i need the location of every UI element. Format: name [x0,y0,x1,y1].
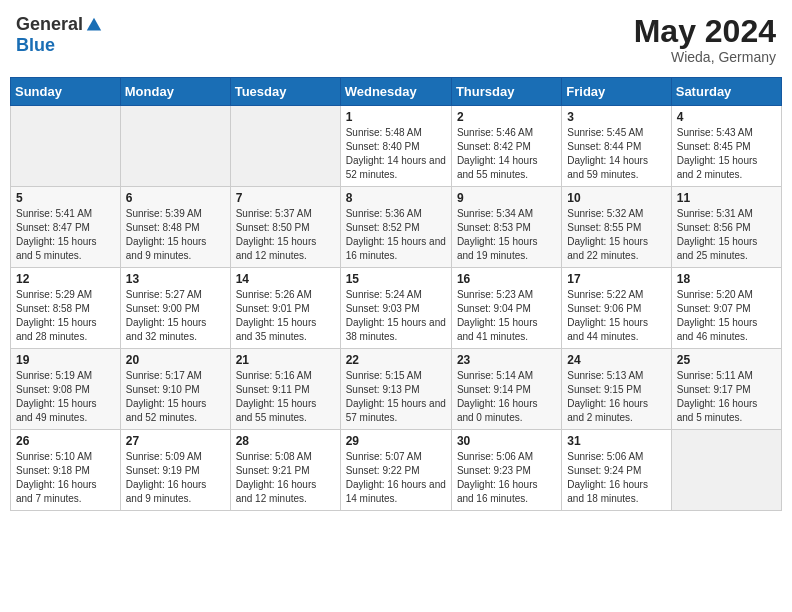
day-number: 9 [457,191,556,205]
day-number: 10 [567,191,665,205]
day-info: Sunrise: 5:36 AM Sunset: 8:52 PM Dayligh… [346,207,446,263]
header-saturday: Saturday [671,78,781,106]
calendar-week-row: 5Sunrise: 5:41 AM Sunset: 8:47 PM Daylig… [11,187,782,268]
table-row [120,106,230,187]
table-row: 3Sunrise: 5:45 AM Sunset: 8:44 PM Daylig… [562,106,671,187]
day-info: Sunrise: 5:20 AM Sunset: 9:07 PM Dayligh… [677,288,776,344]
table-row: 9Sunrise: 5:34 AM Sunset: 8:53 PM Daylig… [451,187,561,268]
day-info: Sunrise: 5:09 AM Sunset: 9:19 PM Dayligh… [126,450,225,506]
day-info: Sunrise: 5:41 AM Sunset: 8:47 PM Dayligh… [16,207,115,263]
day-info: Sunrise: 5:07 AM Sunset: 9:22 PM Dayligh… [346,450,446,506]
table-row: 7Sunrise: 5:37 AM Sunset: 8:50 PM Daylig… [230,187,340,268]
table-row: 13Sunrise: 5:27 AM Sunset: 9:00 PM Dayli… [120,268,230,349]
table-row: 27Sunrise: 5:09 AM Sunset: 9:19 PM Dayli… [120,430,230,511]
day-number: 11 [677,191,776,205]
day-number: 29 [346,434,446,448]
header-wednesday: Wednesday [340,78,451,106]
header-thursday: Thursday [451,78,561,106]
day-number: 18 [677,272,776,286]
table-row [11,106,121,187]
day-info: Sunrise: 5:26 AM Sunset: 9:01 PM Dayligh… [236,288,335,344]
day-number: 21 [236,353,335,367]
day-number: 12 [16,272,115,286]
table-row: 16Sunrise: 5:23 AM Sunset: 9:04 PM Dayli… [451,268,561,349]
table-row: 2Sunrise: 5:46 AM Sunset: 8:42 PM Daylig… [451,106,561,187]
day-info: Sunrise: 5:15 AM Sunset: 9:13 PM Dayligh… [346,369,446,425]
day-number: 23 [457,353,556,367]
day-info: Sunrise: 5:06 AM Sunset: 9:23 PM Dayligh… [457,450,556,506]
day-number: 28 [236,434,335,448]
day-number: 3 [567,110,665,124]
title-block: May 2024 Wieda, Germany [634,14,776,65]
calendar-table: Sunday Monday Tuesday Wednesday Thursday… [10,77,782,511]
logo-general-text: General [16,14,83,35]
calendar-week-row: 19Sunrise: 5:19 AM Sunset: 9:08 PM Dayli… [11,349,782,430]
day-number: 25 [677,353,776,367]
logo: General Blue [16,14,105,56]
table-row: 22Sunrise: 5:15 AM Sunset: 9:13 PM Dayli… [340,349,451,430]
table-row: 29Sunrise: 5:07 AM Sunset: 9:22 PM Dayli… [340,430,451,511]
day-info: Sunrise: 5:06 AM Sunset: 9:24 PM Dayligh… [567,450,665,506]
table-row: 19Sunrise: 5:19 AM Sunset: 9:08 PM Dayli… [11,349,121,430]
day-info: Sunrise: 5:32 AM Sunset: 8:55 PM Dayligh… [567,207,665,263]
day-number: 15 [346,272,446,286]
header-sunday: Sunday [11,78,121,106]
calendar-week-row: 12Sunrise: 5:29 AM Sunset: 8:58 PM Dayli… [11,268,782,349]
svg-marker-0 [87,17,101,30]
day-number: 8 [346,191,446,205]
day-info: Sunrise: 5:10 AM Sunset: 9:18 PM Dayligh… [16,450,115,506]
day-info: Sunrise: 5:29 AM Sunset: 8:58 PM Dayligh… [16,288,115,344]
table-row [671,430,781,511]
table-row: 5Sunrise: 5:41 AM Sunset: 8:47 PM Daylig… [11,187,121,268]
table-row: 18Sunrise: 5:20 AM Sunset: 9:07 PM Dayli… [671,268,781,349]
header-tuesday: Tuesday [230,78,340,106]
day-info: Sunrise: 5:08 AM Sunset: 9:21 PM Dayligh… [236,450,335,506]
logo-blue-text: Blue [16,35,55,56]
day-number: 14 [236,272,335,286]
table-row: 6Sunrise: 5:39 AM Sunset: 8:48 PM Daylig… [120,187,230,268]
calendar-week-row: 1Sunrise: 5:48 AM Sunset: 8:40 PM Daylig… [11,106,782,187]
day-number: 4 [677,110,776,124]
table-row: 11Sunrise: 5:31 AM Sunset: 8:56 PM Dayli… [671,187,781,268]
table-row: 17Sunrise: 5:22 AM Sunset: 9:06 PM Dayli… [562,268,671,349]
day-info: Sunrise: 5:34 AM Sunset: 8:53 PM Dayligh… [457,207,556,263]
table-row: 24Sunrise: 5:13 AM Sunset: 9:15 PM Dayli… [562,349,671,430]
table-row: 23Sunrise: 5:14 AM Sunset: 9:14 PM Dayli… [451,349,561,430]
table-row: 21Sunrise: 5:16 AM Sunset: 9:11 PM Dayli… [230,349,340,430]
day-info: Sunrise: 5:23 AM Sunset: 9:04 PM Dayligh… [457,288,556,344]
month-year-title: May 2024 [634,14,776,49]
table-row: 30Sunrise: 5:06 AM Sunset: 9:23 PM Dayli… [451,430,561,511]
day-info: Sunrise: 5:17 AM Sunset: 9:10 PM Dayligh… [126,369,225,425]
day-number: 17 [567,272,665,286]
header-friday: Friday [562,78,671,106]
day-info: Sunrise: 5:45 AM Sunset: 8:44 PM Dayligh… [567,126,665,182]
day-number: 19 [16,353,115,367]
table-row: 15Sunrise: 5:24 AM Sunset: 9:03 PM Dayli… [340,268,451,349]
table-row: 26Sunrise: 5:10 AM Sunset: 9:18 PM Dayli… [11,430,121,511]
table-row: 20Sunrise: 5:17 AM Sunset: 9:10 PM Dayli… [120,349,230,430]
table-row: 31Sunrise: 5:06 AM Sunset: 9:24 PM Dayli… [562,430,671,511]
day-info: Sunrise: 5:22 AM Sunset: 9:06 PM Dayligh… [567,288,665,344]
day-number: 5 [16,191,115,205]
calendar-week-row: 26Sunrise: 5:10 AM Sunset: 9:18 PM Dayli… [11,430,782,511]
day-info: Sunrise: 5:13 AM Sunset: 9:15 PM Dayligh… [567,369,665,425]
calendar-header-row: Sunday Monday Tuesday Wednesday Thursday… [11,78,782,106]
location-subtitle: Wieda, Germany [634,49,776,65]
day-info: Sunrise: 5:31 AM Sunset: 8:56 PM Dayligh… [677,207,776,263]
day-number: 22 [346,353,446,367]
day-number: 20 [126,353,225,367]
table-row: 4Sunrise: 5:43 AM Sunset: 8:45 PM Daylig… [671,106,781,187]
day-info: Sunrise: 5:39 AM Sunset: 8:48 PM Dayligh… [126,207,225,263]
day-number: 26 [16,434,115,448]
day-info: Sunrise: 5:14 AM Sunset: 9:14 PM Dayligh… [457,369,556,425]
table-row: 14Sunrise: 5:26 AM Sunset: 9:01 PM Dayli… [230,268,340,349]
day-number: 27 [126,434,225,448]
day-info: Sunrise: 5:46 AM Sunset: 8:42 PM Dayligh… [457,126,556,182]
day-number: 31 [567,434,665,448]
logo-icon [85,16,103,34]
table-row: 28Sunrise: 5:08 AM Sunset: 9:21 PM Dayli… [230,430,340,511]
day-number: 30 [457,434,556,448]
day-info: Sunrise: 5:43 AM Sunset: 8:45 PM Dayligh… [677,126,776,182]
day-number: 13 [126,272,225,286]
day-info: Sunrise: 5:19 AM Sunset: 9:08 PM Dayligh… [16,369,115,425]
